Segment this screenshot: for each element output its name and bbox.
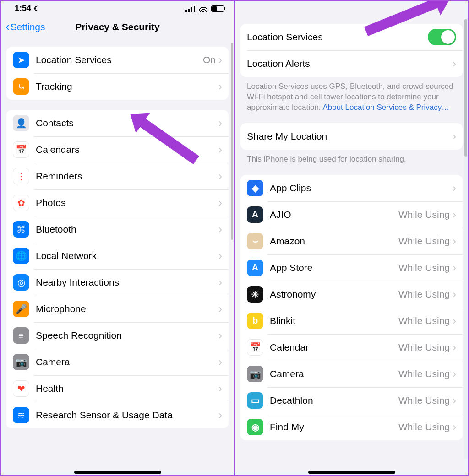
status-time: 1:54: [15, 4, 31, 13]
chevron-right-icon: ›: [453, 394, 456, 407]
screen-location-services: Location Services Location Alerts › Loca…: [235, 0, 469, 476]
row-label: Nearby Interactions: [36, 277, 218, 288]
scrollbar[interactable]: [231, 43, 233, 240]
app-clips-icon: ◆: [247, 180, 263, 196]
content-scroll-right[interactable]: Location Services Location Alerts › Loca…: [235, 1, 468, 475]
row-label: Local Network: [36, 250, 218, 261]
row-calendar[interactable]: 📅CalendarWhile Using›: [240, 334, 463, 361]
back-label: Settings: [11, 22, 45, 32]
row-label: Reminders: [36, 171, 218, 182]
chevron-right-icon: ›: [218, 54, 222, 66]
about-location-privacy-link[interactable]: About Location Services & Privacy…: [322, 103, 449, 112]
chevron-left-icon: ‹: [5, 20, 10, 34]
calendar-icon: 📅: [247, 339, 263, 356]
row-reminders[interactable]: ⋮Reminders›: [6, 163, 229, 189]
research-icon: ≋: [13, 407, 29, 423]
group-location-toggle: Location Services Location Alerts ›: [240, 24, 463, 77]
row-value: While Using: [398, 209, 450, 220]
row-label: Share My Location: [247, 131, 453, 142]
row-value: While Using: [398, 262, 450, 273]
row-label: Speech Recognition: [36, 330, 218, 341]
row-value: On: [203, 54, 216, 65]
chevron-right-icon: ›: [218, 382, 222, 395]
row-location-services-toggle[interactable]: Location Services: [240, 24, 463, 50]
chevron-right-icon: ›: [453, 341, 456, 354]
row-ajio[interactable]: AAJIOWhile Using›: [240, 201, 463, 228]
row-find-my[interactable]: ◉Find MyWhile Using›: [240, 414, 463, 440]
row-local-network[interactable]: 🌐Local Network›: [6, 243, 229, 269]
chevron-right-icon: ›: [453, 314, 456, 327]
nav-bar: ‹ Settings Privacy & Security: [1, 15, 234, 40]
row-label: Photos: [36, 197, 218, 208]
calendars-icon: 📅: [13, 141, 29, 158]
row-label: App Clips: [270, 183, 453, 194]
row-label: Blinkit: [270, 315, 398, 326]
row-health[interactable]: ❤Health›: [6, 375, 229, 402]
chevron-right-icon: ›: [453, 182, 456, 195]
row-location-services[interactable]: ➤Location ServicesOn›: [6, 47, 229, 73]
app-store-icon: A: [247, 260, 263, 276]
chevron-right-icon: ›: [218, 276, 222, 289]
share-location-description: This iPhone is being used for location s…: [235, 154, 468, 168]
row-microphone[interactable]: 🎤Microphone›: [6, 296, 229, 322]
row-decathlon[interactable]: ▭DecathlonWhile Using›: [240, 387, 463, 414]
row-app-store[interactable]: AApp StoreWhile Using›: [240, 254, 463, 281]
row-value: While Using: [398, 368, 450, 379]
row-value: While Using: [398, 342, 450, 353]
amazon-icon: ⌣: [247, 233, 263, 249]
row-value: While Using: [398, 315, 450, 326]
dnd-moon-icon: ☾: [34, 5, 40, 13]
wifi-icon: [199, 5, 207, 12]
cellular-signal-icon: [185, 5, 196, 12]
chevron-right-icon: ›: [218, 356, 222, 368]
location-services-toggle[interactable]: [428, 29, 456, 45]
chevron-right-icon: ›: [218, 170, 222, 183]
group-location-tracking: ➤Location ServicesOn›⤿Tracking›: [6, 47, 229, 100]
row-tracking[interactable]: ⤿Tracking›: [6, 73, 229, 100]
speech-recognition-icon: ≡: [13, 327, 29, 344]
back-button[interactable]: ‹ Settings: [5, 20, 45, 34]
group-share-location: Share My Location ›: [240, 123, 463, 150]
row-label: Camera: [270, 368, 398, 379]
row-location-alerts[interactable]: Location Alerts ›: [240, 50, 463, 77]
row-camera[interactable]: 📷Camera›: [6, 349, 229, 375]
chevron-right-icon: ›: [218, 80, 222, 93]
row-value: While Using: [398, 422, 450, 433]
decathlon-icon: ▭: [247, 392, 263, 409]
row-astronomy[interactable]: ☀AstronomyWhile Using›: [240, 281, 463, 308]
camera-app-icon: 📷: [247, 366, 263, 382]
row-label: Calendar: [270, 342, 398, 353]
row-bluetooth[interactable]: ⌘Bluetooth›: [6, 216, 229, 243]
row-label: Location Services: [36, 54, 203, 65]
chevron-right-icon: ›: [218, 223, 222, 236]
microphone-icon: 🎤: [13, 301, 29, 317]
chevron-right-icon: ›: [453, 57, 456, 70]
chevron-right-icon: ›: [218, 409, 222, 422]
row-share-my-location[interactable]: Share My Location ›: [240, 123, 463, 150]
row-app-clips[interactable]: ◆App Clips›: [240, 175, 463, 201]
outer-scrollbar[interactable]: [464, 19, 468, 459]
row-label: App Store: [270, 262, 398, 273]
chevron-right-icon: ›: [218, 196, 222, 209]
row-contacts[interactable]: 👤Contacts›: [6, 110, 229, 136]
location-services-description: Location Services uses GPS, Bluetooth, a…: [235, 81, 468, 117]
chevron-right-icon: ›: [453, 235, 456, 248]
row-camera-app[interactable]: 📷CameraWhile Using›: [240, 361, 463, 387]
battery-icon: [211, 5, 224, 12]
home-indicator: [308, 471, 395, 474]
row-blinkit[interactable]: bBlinkitWhile Using›: [240, 308, 463, 334]
row-label: Health: [36, 383, 218, 394]
row-calendars[interactable]: 📅Calendars›: [6, 136, 229, 163]
row-value: While Using: [398, 289, 450, 300]
tracking-icon: ⤿: [13, 78, 29, 95]
row-photos[interactable]: ✿Photos›: [6, 189, 229, 216]
row-nearby-interactions[interactable]: ◎Nearby Interactions›: [6, 269, 229, 296]
find-my-icon: ◉: [247, 419, 263, 435]
blinkit-icon: b: [247, 313, 263, 329]
row-speech-recognition[interactable]: ≡Speech Recognition›: [6, 322, 229, 349]
content-scroll[interactable]: ➤Location ServicesOn›⤿Tracking› 👤Contact…: [1, 40, 234, 475]
row-label: Tracking: [36, 81, 218, 92]
row-amazon[interactable]: ⌣AmazonWhile Using›: [240, 228, 463, 254]
row-research[interactable]: ≋Research Sensor & Usage Data›: [6, 402, 229, 428]
row-label: Research Sensor & Usage Data: [36, 410, 218, 421]
